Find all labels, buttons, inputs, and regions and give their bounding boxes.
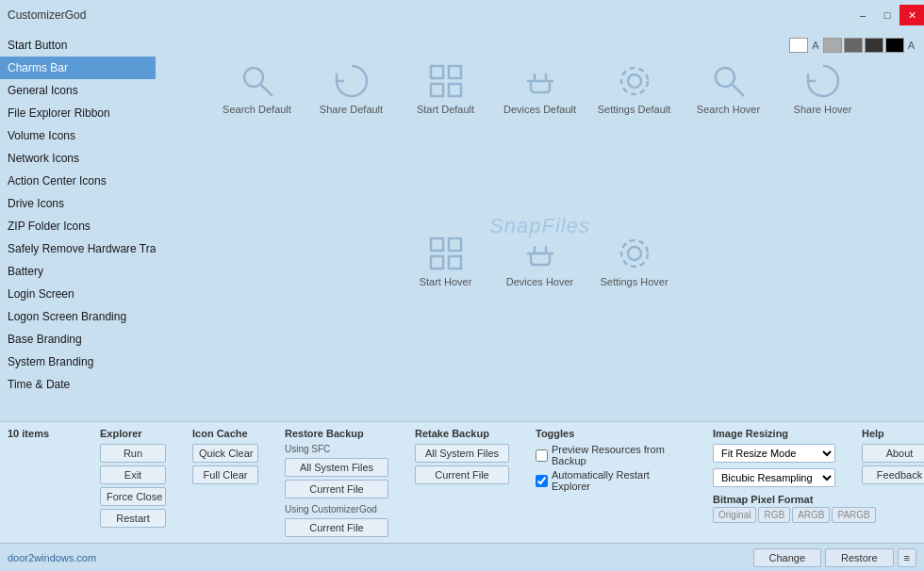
icon-item-4[interactable]: Settings Default (592, 58, 677, 115)
restore-all-system-btn[interactable]: All System Files (285, 458, 388, 477)
icon-item-2[interactable]: Start Default (404, 58, 488, 115)
maximize-button[interactable]: □ (875, 5, 899, 25)
main-panel: A A SnapFiles Search DefaultShare Defaul… (156, 30, 924, 421)
icon-item-6[interactable]: Share Hover (781, 58, 866, 115)
sidebar-item-system-branding[interactable]: System Branding (0, 351, 156, 373)
sidebar-item-file-explorer-ribbon[interactable]: File Explorer Ribbon (0, 102, 156, 124)
svg-rect-12 (431, 256, 443, 269)
svg-rect-13 (449, 256, 461, 269)
svg-point-15 (628, 247, 641, 260)
app-title: CustomizerGod (8, 8, 86, 22)
sidebar-item-charms-bar[interactable]: Charms Bar (0, 57, 156, 79)
theme-letter-a2: A (908, 40, 915, 51)
sidebar-item-logon-screen-branding[interactable]: Logon Screen Branding (0, 305, 156, 328)
retake-all-system-btn[interactable]: All System Files (415, 444, 509, 463)
full-clear-button[interactable]: Full Clear (192, 465, 258, 484)
theme-box-gray[interactable] (823, 38, 842, 53)
icon-item-5[interactable]: Search Hover (686, 58, 771, 115)
icon-item-8[interactable]: Devices Hover (498, 231, 583, 287)
svg-rect-2 (431, 66, 443, 78)
icon-item-7[interactable]: Start Hover (404, 231, 488, 287)
restore-backup-title: Restore Backup (285, 428, 388, 439)
fit-resize-select[interactable]: Fit Resize Mode (713, 444, 835, 463)
sidebar-item-zip-folder-icons[interactable]: ZIP Folder Icons (0, 215, 156, 237)
restore-current-file-btn[interactable]: Current File (285, 480, 388, 498)
restart-button[interactable]: Restart (100, 509, 166, 528)
preview-toggle-row[interactable]: Preview Resources from Backup (536, 444, 686, 466)
sidebar-item-general-icons[interactable]: General Icons (0, 79, 156, 102)
rgb-btn[interactable]: RGB (758, 507, 790, 523)
preview-checkbox[interactable] (536, 449, 548, 462)
sidebar-item-time-&-date[interactable]: Time & Date (0, 373, 156, 396)
sidebar-item-drive-icons[interactable]: Drive Icons (0, 192, 156, 215)
image-resizing-section: Image Resizing Fit Resize Mode Bicubic R… (713, 428, 835, 523)
restore-button[interactable]: Restore (825, 548, 894, 567)
theme-box-white[interactable] (789, 38, 808, 53)
auto-restart-checkbox[interactable] (536, 475, 548, 487)
force-close-button[interactable]: Force Close (100, 487, 166, 506)
bicubic-select[interactable]: Bicubic Resampling (713, 468, 835, 487)
icon-label-2: Start Default (417, 104, 474, 115)
icon-item-1[interactable]: Share Default (309, 58, 394, 115)
sidebar-item-volume-icons[interactable]: Volume Icons (0, 124, 156, 147)
sidebar-item-action-center-icons[interactable]: Action Center Icons (0, 170, 156, 192)
start-icon-2 (423, 58, 469, 104)
website-link[interactable]: door2windows.com (8, 552, 96, 563)
icon-label-0: Search Default (223, 104, 291, 115)
items-count: 10 items (8, 428, 74, 439)
sidebar-item-base-branding[interactable]: Base Branding (0, 328, 156, 351)
content-area: Start ButtonCharms BarGeneral IconsFile … (0, 30, 924, 421)
icon-item-3[interactable]: Devices Default (498, 58, 583, 115)
about-button[interactable]: About (862, 444, 924, 463)
auto-restart-label: Automatically Restart Explorer (552, 469, 686, 492)
title-bar: CustomizerGod – □ ✕ (0, 0, 924, 30)
sidebar-item-start-button[interactable]: Start Button (0, 34, 156, 57)
svg-point-8 (716, 68, 734, 87)
window-controls: – □ ✕ (850, 0, 924, 30)
exit-button[interactable]: Exit (100, 465, 166, 484)
icon-label-7: Start Hover (420, 276, 472, 287)
svg-rect-3 (449, 66, 461, 78)
svg-rect-5 (449, 84, 461, 96)
svg-line-9 (733, 85, 744, 96)
retake-backup-section: Retake Backup All System Files Current F… (415, 428, 509, 484)
explorer-section: Explorer Run Exit Force Close Restart (100, 428, 166, 528)
theme-box-darker[interactable] (865, 38, 883, 53)
icon-label-1: Share Default (320, 104, 383, 115)
restore-cg-current-file-btn[interactable]: Current File (285, 518, 388, 537)
settings-icon-4 (612, 58, 657, 104)
change-button[interactable]: Change (753, 548, 822, 567)
sidebar-item-safely-remove-hardware-tray-icon[interactable]: Safely Remove Hardware Tray Icon (0, 237, 156, 260)
restore-backup-section: Restore Backup Using SFC All System File… (285, 428, 388, 537)
app-window: CustomizerGod – □ ✕ Start ButtonCharms B… (0, 0, 924, 571)
run-button[interactable]: Run (100, 444, 166, 463)
icon-item-9[interactable]: Settings Hover (592, 231, 677, 287)
feedback-button[interactable]: Feedback (862, 465, 924, 484)
argb-btn[interactable]: ARGB (792, 507, 830, 523)
close-button[interactable]: ✕ (899, 5, 924, 25)
search-icon-0 (235, 58, 280, 104)
theme-box-darkgray[interactable] (844, 38, 863, 53)
bitmap-buttons: Original RGB ARGB PARGB (713, 507, 835, 523)
toggles-section: Toggles Preview Resources from Backup Au… (536, 428, 686, 492)
minimize-button[interactable]: – (850, 5, 875, 25)
sidebar-item-battery[interactable]: Battery (0, 260, 156, 283)
auto-restart-toggle-row[interactable]: Automatically Restart Explorer (536, 469, 686, 492)
devices-icon-8 (518, 231, 563, 276)
retake-current-file-btn[interactable]: Current File (415, 465, 509, 484)
status-bar-right: Change Restore ≡ (753, 548, 917, 567)
icon-item-0[interactable]: Search Default (215, 58, 300, 115)
toggles-title: Toggles (536, 428, 686, 439)
preview-label: Preview Resources from Backup (552, 444, 686, 466)
theme-box-black[interactable] (885, 38, 904, 53)
icon-label-3: Devices Default (503, 104, 576, 115)
explorer-title: Explorer (100, 428, 166, 439)
icon-label-5: Search Hover (697, 104, 760, 115)
sidebar-item-network-icons[interactable]: Network Icons (0, 147, 156, 170)
pargb-btn[interactable]: PARGB (832, 507, 875, 523)
status-bar: door2windows.com Change Restore ≡ (0, 543, 924, 571)
menu-button[interactable]: ≡ (898, 548, 916, 567)
original-btn[interactable]: Original (713, 507, 756, 523)
sidebar-item-login-screen[interactable]: Login Screen (0, 283, 156, 305)
quick-clear-button[interactable]: Quick Clear (192, 444, 258, 463)
